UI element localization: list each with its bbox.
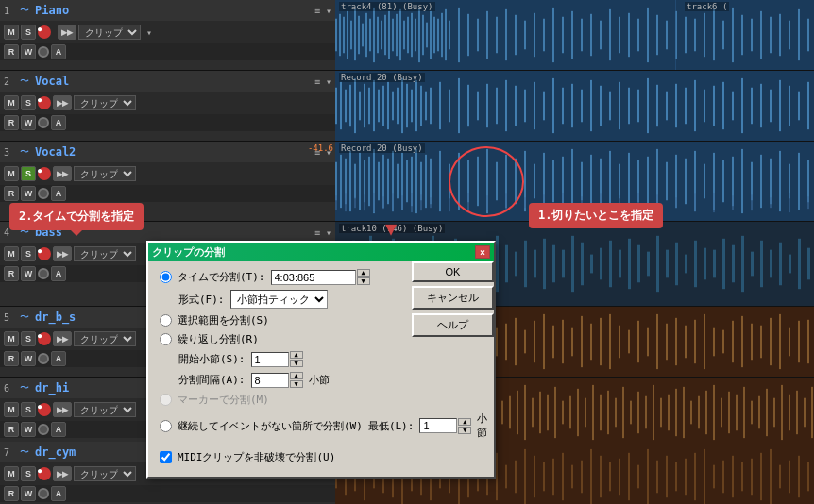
fx-knob-5[interactable] [38,353,49,364]
rec-btn-1[interactable]: ● [38,25,51,39]
ok-button[interactable]: OK [412,261,494,282]
r-btn-6[interactable]: R [4,422,19,437]
interval-spinner[interactable]: ▲ ▼ [290,372,303,388]
mute-btn-6[interactable]: M [4,402,19,417]
rec-btn-7[interactable]: ● [38,467,51,480]
clip-select-2[interactable]: クリップ [74,95,136,110]
rec-btn-6[interactable]: ● [38,403,51,416]
a-btn-5[interactable]: A [51,351,66,366]
a-btn-4[interactable]: A [51,266,66,281]
solo-btn-4[interactable]: S [21,246,36,261]
r-btn-5[interactable]: R [4,351,19,366]
selection-split-radio[interactable] [160,314,172,327]
clip-select-6[interactable]: クリップ [74,402,136,417]
time-split-radio[interactable] [160,271,172,283]
midi-split-row: MIDIクリップを非破壊で分割(U) [160,445,483,464]
fx-knob-4[interactable] [38,268,49,279]
w-btn-3[interactable]: W [21,186,36,201]
rec-btn-2[interactable]: ● [38,96,51,109]
w-btn-5[interactable]: W [21,351,36,366]
r-btn-2[interactable]: R [4,115,19,130]
solo-btn-6[interactable]: S [21,402,36,417]
midi-btn-2[interactable]: ▶▶ [53,95,72,110]
clip-select-3[interactable]: クリップ [74,166,136,181]
start-bar-input[interactable] [251,352,289,367]
mute-btn-5[interactable]: M [4,331,19,346]
time-spinner[interactable]: ▲ ▼ [357,269,370,285]
midi-btn-6[interactable]: ▶▶ [53,402,72,417]
rec-btn-4[interactable]: ● [38,247,51,260]
w-btn-2[interactable]: W [21,115,36,130]
interval-up-btn[interactable]: ▲ [290,372,303,379]
solo-btn-2[interactable]: S [21,95,36,110]
track-menu-2[interactable]: ≡ ▾ [314,76,331,87]
no-event-split-radio[interactable] [160,420,172,432]
r-btn-7[interactable]: R [4,486,19,501]
fx-knob-3[interactable] [38,188,49,199]
start-bar-spinner[interactable]: ▲ ▼ [290,351,303,367]
midi-btn-5[interactable]: ▶▶ [53,331,72,346]
interval-input[interactable] [251,373,289,388]
a-btn-7[interactable]: A [51,486,66,501]
a-btn-6[interactable]: A [51,422,66,437]
marker-split-radio[interactable] [160,394,172,406]
clip-select-7[interactable]: クリップ [74,466,136,481]
a-btn-1[interactable]: A [51,44,66,59]
fx-knob-7[interactable] [38,488,49,499]
time-down-btn[interactable]: ▼ [357,277,370,285]
fx-knob-2[interactable] [38,117,49,128]
rec-btn-5[interactable]: ● [38,332,51,345]
track-menu-4[interactable]: ≡ ▾ [314,227,331,238]
midi-btn-4[interactable]: ▶▶ [53,246,72,261]
interval-down-btn[interactable]: ▼ [290,380,303,388]
mute-btn-7[interactable]: M [4,466,19,481]
min-lo-spinner[interactable]: ▲ ▼ [458,418,471,434]
svg-rect-116 [656,85,658,126]
w-btn-1[interactable]: W [21,44,36,59]
time-value-input[interactable] [271,270,356,285]
w-btn-4[interactable]: W [21,266,36,281]
w-btn-6[interactable]: W [21,422,36,437]
mute-btn-4[interactable]: M [4,246,19,261]
midi-split-checkbox[interactable] [160,451,172,463]
dialog-close-button[interactable]: × [475,245,490,259]
midi-btn-1[interactable]: ▶▶ [58,25,76,40]
mute-btn-2[interactable]: M [4,95,19,110]
svg-rect-75 [349,85,351,126]
cancel-button[interactable]: キャンセル [412,286,494,310]
r-btn-3[interactable]: R [4,186,19,201]
solo-btn-3[interactable]: S [21,166,36,181]
r-btn-1[interactable]: R [4,44,19,59]
time-up-btn[interactable]: ▲ [357,269,370,277]
midi-btn-7[interactable]: ▶▶ [53,466,72,481]
repeat-split-radio[interactable] [160,333,172,345]
w-btn-7[interactable]: W [21,486,36,501]
min-lo-up-btn[interactable]: ▲ [458,418,471,426]
solo-btn-7[interactable]: S [21,466,36,481]
format-select[interactable]: 小節拍ティック [230,290,328,309]
rec-btn-3[interactable]: ● [38,167,51,180]
clip-select-4[interactable]: クリップ [74,246,136,261]
solo-btn-5[interactable]: S [21,331,36,346]
clip-split-dialog[interactable]: クリップの分割 × OK キャンセル ヘルプ タイムで分割(T): [146,241,496,479]
mute-btn-1[interactable]: M [4,25,19,40]
clip-select-1[interactable]: クリップ [78,25,141,40]
min-lo-input[interactable] [419,418,457,433]
a-btn-3[interactable]: A [51,186,66,201]
solo-btn-1[interactable]: S [21,25,36,40]
mute-btn-3[interactable]: M [4,166,19,181]
track-menu-1[interactable]: ≡ ▾ [314,6,331,16]
clip-select-5[interactable]: クリップ [74,331,136,346]
clip-dropdown-arrow-1[interactable]: ▾ [146,27,152,38]
svg-rect-77 [359,92,361,121]
start-bar-up-btn[interactable]: ▲ [290,351,303,359]
fx-knob-1[interactable] [38,46,49,58]
fx-knob-6[interactable] [38,424,49,435]
midi-btn-3[interactable]: ▶▶ [53,166,72,181]
start-bar-down-btn[interactable]: ▼ [290,360,303,367]
a-btn-2[interactable]: A [51,115,66,130]
r-btn-4[interactable]: R [4,266,19,281]
db-label-3: -41.6 [308,143,333,153]
help-button[interactable]: ヘルプ [412,313,494,337]
min-lo-down-btn[interactable]: ▼ [458,427,471,434]
